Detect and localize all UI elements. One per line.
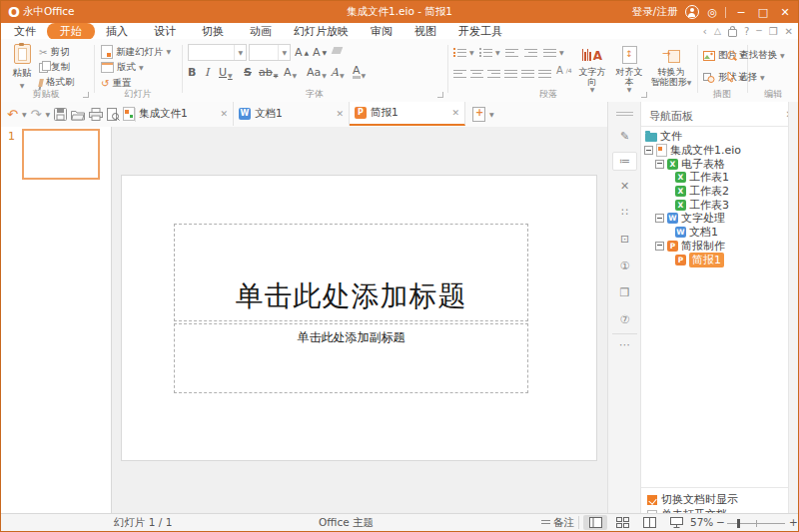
image-search-icon[interactable]: ⊡	[608, 233, 641, 246]
menu-home[interactable]: 开始	[47, 23, 95, 40]
strikethrough-button[interactable]: S	[244, 66, 252, 79]
character-border-button[interactable]: A▼	[284, 66, 297, 79]
align-left-button[interactable]	[453, 67, 466, 80]
save-icon[interactable]	[54, 108, 67, 121]
tree-item-sheet2[interactable]: X 工作表2	[641, 185, 788, 199]
tree-item-sheet3[interactable]: X 工作表3	[641, 198, 788, 212]
tree-item-eio[interactable]: 集成文件1.eio	[641, 144, 788, 158]
underline-button[interactable]: U▼	[219, 66, 233, 79]
slide-sorter-view-button[interactable]	[610, 515, 634, 530]
open-folder-icon[interactable]	[71, 109, 85, 121]
grid-apps-icon[interactable]: ∷	[608, 206, 641, 219]
layout-button[interactable]: 版式▼	[101, 61, 144, 74]
columns-button[interactable]	[538, 67, 551, 80]
undo-icon[interactable]: ↶	[7, 108, 18, 121]
paste-button[interactable]: 粘贴 ▼	[9, 43, 35, 90]
zoom-out-button[interactable]: −	[716, 516, 725, 528]
justify-button[interactable]	[504, 67, 517, 80]
clipboard-panel-icon[interactable]: ❒	[608, 286, 641, 299]
collapse-icon[interactable]	[644, 146, 653, 155]
minimize-button[interactable]: ─	[734, 6, 748, 19]
tab-close-icon[interactable]: ✕	[220, 109, 228, 119]
new-slide-button[interactable]: 新建幻灯片▼	[101, 45, 171, 59]
tree-item-word-processing[interactable]: W 文字处理	[641, 212, 788, 226]
help-circle-icon[interactable]: ⑦	[608, 313, 641, 326]
select-button[interactable]: 选择▼	[727, 71, 765, 84]
new-document-button[interactable]	[472, 107, 485, 122]
menu-view[interactable]: 视图	[405, 24, 445, 39]
subscript-button[interactable]: ab▼	[259, 66, 278, 79]
clipboard-dialog-launcher[interactable]	[83, 92, 89, 98]
bold-button[interactable]: B	[188, 66, 196, 79]
settings-icon[interactable]: ◎	[707, 6, 717, 19]
menu-slideshow[interactable]: 幻灯片放映	[285, 24, 358, 39]
phonetic-guide-button[interactable]: A/4	[556, 65, 572, 76]
increase-indent-button[interactable]	[524, 46, 537, 59]
checkbox-checked[interactable]	[647, 495, 657, 505]
font-dialog-launcher[interactable]	[437, 92, 443, 98]
account-icon[interactable]	[685, 5, 699, 19]
more-icon[interactable]: ⋯	[612, 333, 637, 351]
tab-integrated-file[interactable]: 集成文件1 ✕	[118, 102, 234, 126]
decrease-font-button[interactable]: A▼	[313, 46, 327, 59]
italic-button[interactable]: I	[205, 66, 209, 79]
convert-smartart-button[interactable]: 转换为 智能图形▼	[650, 43, 692, 87]
normal-view-button[interactable]	[583, 515, 607, 530]
crop-tool-icon[interactable]: ✕	[608, 180, 641, 193]
doc-minimize-icon[interactable]: ─	[756, 26, 761, 36]
doc-restore-icon[interactable]: ❐	[769, 26, 778, 37]
reading-view-button[interactable]	[637, 515, 661, 530]
panel-drag-handle[interactable]	[616, 110, 633, 118]
tree-item-files[interactable]: 文件	[641, 130, 788, 144]
menu-review[interactable]: 审阅	[362, 24, 401, 39]
decrease-indent-button[interactable]	[505, 46, 518, 59]
numbered-list-button[interactable]: ▼	[479, 46, 500, 59]
collapse-icon[interactable]	[655, 242, 664, 251]
notes-button[interactable]: 备注	[541, 516, 574, 530]
tab-presentation1[interactable]: P 简报1 ✕	[350, 102, 465, 126]
new-document-dropdown[interactable]: ▼	[489, 112, 494, 118]
paragraph-dialog-launcher[interactable]	[641, 92, 647, 98]
menu-animation[interactable]: 动画	[241, 24, 281, 39]
zoom-in-button[interactable]: +	[789, 516, 798, 528]
menu-insert[interactable]: 插入	[97, 24, 137, 39]
align-text-button[interactable]: ↕ 对齐文本 ▼	[612, 43, 646, 93]
print-icon[interactable]	[89, 108, 103, 121]
menu-design[interactable]: 设计	[145, 24, 185, 39]
change-case-button[interactable]: Aa▼	[307, 66, 327, 79]
info-icon[interactable]: ①	[608, 260, 641, 272]
slide-thumbnail[interactable]	[22, 129, 100, 180]
collapse-ribbon-icon[interactable]: △	[714, 26, 721, 36]
menu-file[interactable]: 文件	[5, 24, 45, 39]
maximize-button[interactable]: □	[756, 6, 770, 19]
menu-transition[interactable]: 切换	[193, 24, 233, 39]
font-size-select[interactable]: ▼	[249, 44, 291, 61]
subtitle-placeholder[interactable]: 单击此处添加副标题	[174, 323, 528, 393]
align-center-button[interactable]	[470, 67, 483, 80]
theme-name[interactable]: Office 主题	[319, 516, 374, 530]
collapse-icon[interactable]	[655, 160, 664, 169]
tree-item-sheet1[interactable]: X 工作表1	[641, 171, 788, 185]
clear-format-button[interactable]	[333, 47, 342, 54]
login-link[interactable]: 登录/注册	[632, 5, 678, 19]
title-placeholder[interactable]: 单击此处添加标题	[174, 224, 528, 321]
font-color-button[interactable]: A▼	[353, 66, 366, 79]
align-right-button[interactable]	[487, 67, 500, 80]
show-on-switch-option[interactable]: 切换文档时显示	[647, 492, 738, 507]
bullet-list-button[interactable]: ▼	[453, 46, 474, 59]
copy-button[interactable]: 复制	[39, 61, 70, 74]
pencil-icon[interactable]: ✎	[608, 130, 641, 143]
help-icon[interactable]: ?	[744, 26, 749, 37]
touch-mode-icon[interactable]	[728, 29, 737, 37]
doc-close-icon[interactable]: ✕	[785, 26, 793, 37]
close-button[interactable]: ✕	[778, 6, 792, 19]
redo-icon[interactable]: ↷	[31, 108, 42, 121]
tab-document1[interactable]: W 文档1 ✕	[234, 102, 350, 126]
zoom-slider[interactable]	[727, 523, 785, 524]
collapse-icon[interactable]	[655, 214, 664, 223]
tree-item-document1[interactable]: W 文档1	[641, 226, 788, 240]
highlight-button[interactable]: A▼	[331, 66, 345, 79]
zoom-slider-thumb[interactable]	[737, 519, 740, 528]
cut-button[interactable]: ✂ 剪切	[39, 46, 69, 59]
distribute-button[interactable]	[521, 67, 534, 80]
